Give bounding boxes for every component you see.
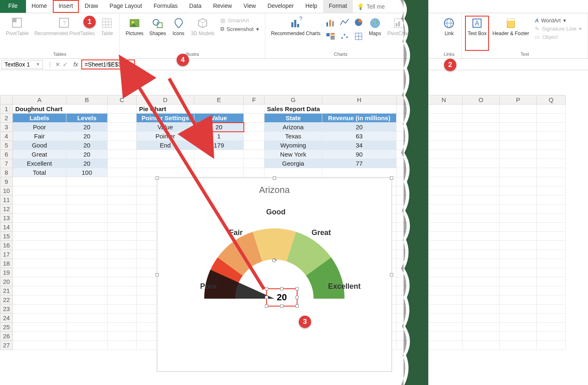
signature-button[interactable]: ✎Signature Line ▾ (534, 25, 583, 33)
col-N[interactable]: N (425, 95, 463, 105)
tell-me[interactable]: 💡 Tell me (353, 0, 389, 13)
wordart-button[interactable]: AWordArt ▾ (534, 17, 583, 24)
pivottable-button[interactable]: PivotTable (3, 16, 31, 51)
tab-insert[interactable]: Insert (53, 0, 79, 13)
tab-view[interactable]: View (238, 0, 262, 13)
tab-home[interactable]: Home (26, 0, 53, 13)
svg-point-10 (132, 21, 134, 24)
gauge-chart[interactable]: Arizona Poor Fair Good Great Excellent ⟳ (157, 178, 392, 372)
icons-label: Icons (172, 31, 184, 36)
header-footer-button[interactable]: Header & Footer (490, 16, 531, 51)
surface-chart-icon[interactable] (352, 30, 365, 43)
tab-page-layout[interactable]: Page Layout (104, 0, 148, 13)
chart-value-textbox[interactable]: 20 (266, 288, 298, 307)
cell-A3[interactable]: Poor (13, 123, 66, 132)
col-H[interactable]: H (322, 95, 397, 105)
3d-models-button[interactable]: 3D Models (189, 16, 217, 51)
cell-A5[interactable]: Good (13, 141, 66, 150)
cell-G5[interactable]: Wyoming (264, 141, 322, 150)
screenshot-button[interactable]: ⧉Screenshot ▾ (220, 25, 260, 33)
maps-button[interactable]: Maps (366, 16, 384, 51)
cell-H3[interactable]: 20 (322, 123, 397, 132)
table-button[interactable]: Table (98, 16, 116, 51)
accept-icon[interactable]: ✓ (63, 61, 68, 68)
cell-A2[interactable]: Labels (13, 114, 66, 123)
cell-B3[interactable]: 20 (66, 123, 108, 132)
name-box[interactable]: TextBox 1 ▼ (2, 60, 43, 69)
cell-H5[interactable]: 34 (322, 141, 397, 150)
cell-G7[interactable]: Georgia (264, 159, 322, 168)
bar-chart-icon[interactable] (324, 16, 337, 29)
cell-B4[interactable]: 20 (66, 132, 108, 141)
pictures-button[interactable]: Pictures (123, 16, 146, 51)
col-C[interactable]: C (108, 95, 137, 105)
col-P[interactable]: P (500, 95, 537, 105)
cell-D5[interactable]: End (137, 141, 194, 150)
recommended-charts-button[interactable]: ? Recommended Charts (269, 16, 323, 51)
tab-draw[interactable]: Draw (79, 0, 104, 13)
cell-B6[interactable]: 20 (66, 150, 108, 159)
cell-E5[interactable]: 179 (194, 141, 244, 150)
tab-formulas[interactable]: Formulas (148, 0, 183, 13)
scatter-chart-icon[interactable] (338, 30, 351, 43)
tab-review[interactable]: Review (207, 0, 238, 13)
annotation-2: 2 (444, 59, 456, 71)
svg-line-15 (203, 21, 207, 23)
cell-B7[interactable]: 20 (66, 159, 108, 168)
cell-A1[interactable]: Doughnut Chart (13, 105, 108, 114)
col-Q[interactable]: Q (537, 95, 566, 105)
cell-A7[interactable]: Excellent (13, 159, 66, 168)
cell-D2[interactable]: Pointer Settings (137, 114, 194, 123)
textbox-button[interactable]: A Text Box (465, 16, 489, 51)
cell-B2[interactable]: Levels (66, 114, 108, 123)
col-F[interactable]: F (244, 95, 264, 105)
cell-D3[interactable]: Value (137, 123, 194, 132)
pie-chart-icon[interactable] (352, 16, 365, 29)
formula-input[interactable]: =Sheet1!$E$3 (81, 59, 135, 69)
cell-A6[interactable]: Great (13, 150, 66, 159)
cell-G6[interactable]: New York (264, 150, 322, 159)
cell-E2[interactable]: Value (194, 114, 244, 123)
cell-G1[interactable]: Sales Report Data (264, 105, 397, 114)
cell-A4[interactable]: Fair (13, 132, 66, 141)
split-icon[interactable]: ⋮ (47, 61, 53, 68)
cell-H4[interactable]: 63 (322, 132, 397, 141)
col-G[interactable]: G (264, 95, 322, 105)
tab-format[interactable]: Format (323, 0, 353, 13)
cell-B8[interactable]: 100 (66, 168, 108, 177)
cell-D1[interactable]: Pie Chart (137, 105, 244, 114)
col-A[interactable]: A (13, 95, 66, 105)
col-E[interactable]: E (194, 95, 244, 105)
tab-data[interactable]: Data (184, 0, 208, 13)
cell-E3[interactable]: 20 (194, 123, 244, 132)
cell-H7[interactable]: 77 (322, 159, 397, 168)
cell-A8[interactable]: Total (13, 168, 66, 177)
cell-E4[interactable]: 1 (194, 132, 244, 141)
cell-G3[interactable]: Arizona (264, 123, 322, 132)
shapes-button[interactable]: Shapes (147, 16, 169, 51)
cell-G4[interactable]: Texas (264, 132, 322, 141)
tab-help[interactable]: Help (300, 0, 323, 13)
object-button[interactable]: ▭Object (534, 33, 583, 41)
tab-developer[interactable]: Developer (262, 0, 300, 13)
col-D[interactable]: D (137, 95, 194, 105)
cell-G2[interactable]: State (264, 114, 322, 123)
file-tab[interactable]: File (0, 0, 26, 13)
link-button[interactable]: Link (440, 16, 458, 51)
smartart-button[interactable]: ▥SmartArt (220, 17, 260, 24)
rotate-handle-icon[interactable]: ⟳ (272, 257, 277, 264)
cell-D4[interactable]: Pointer (137, 132, 194, 141)
icons-button[interactable]: Icons (170, 16, 188, 51)
fx-icon[interactable]: fx (70, 61, 81, 68)
line-chart-icon[interactable] (338, 16, 351, 29)
cell-H6[interactable]: 90 (322, 150, 397, 159)
worksheet[interactable]: A B C D E F G H N O P Q 1Doughnut ChartP… (0, 95, 588, 350)
col-B[interactable]: B (66, 95, 108, 105)
cell-H2[interactable]: Revenue (in millions) (322, 114, 397, 123)
cell-B5[interactable]: 20 (66, 141, 108, 150)
chevron-down-icon: ▾ (256, 26, 259, 32)
cancel-icon[interactable]: ✕ (55, 61, 60, 68)
hierarchy-chart-icon[interactable] (324, 30, 337, 43)
col-O[interactable]: O (463, 95, 500, 105)
textbox-label: Text Box (468, 31, 486, 36)
